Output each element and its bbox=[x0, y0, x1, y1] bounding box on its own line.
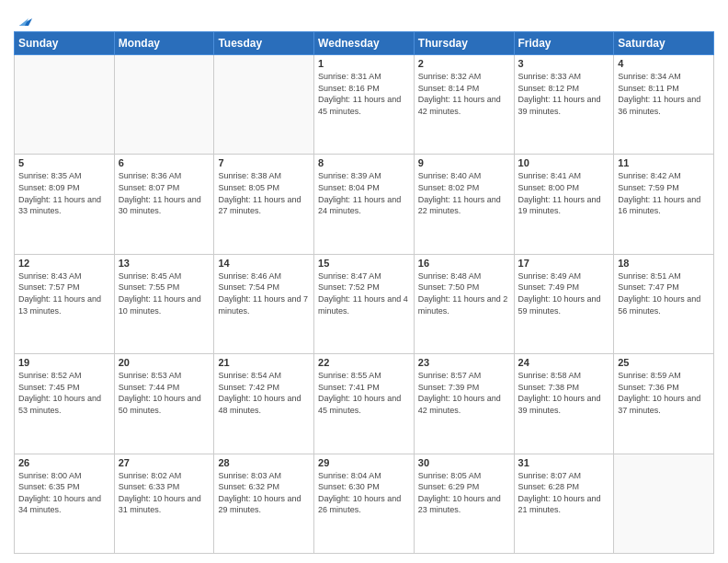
day-number: 22 bbox=[318, 357, 410, 368]
calendar-cell: 28Sunrise: 8:03 AM Sunset: 6:32 PM Dayli… bbox=[214, 454, 314, 553]
day-number: 5 bbox=[18, 157, 110, 168]
day-number: 10 bbox=[518, 157, 610, 168]
day-number: 17 bbox=[518, 258, 610, 269]
day-header-saturday: Saturday bbox=[614, 32, 714, 55]
logo-icon bbox=[16, 9, 36, 29]
day-info: Sunrise: 8:40 AM Sunset: 8:02 PM Dayligh… bbox=[418, 170, 510, 216]
calendar-cell bbox=[15, 55, 115, 155]
day-number: 2 bbox=[418, 58, 510, 69]
calendar-cell: 11Sunrise: 8:42 AM Sunset: 7:59 PM Dayli… bbox=[614, 155, 714, 254]
day-number: 16 bbox=[418, 258, 510, 269]
day-info: Sunrise: 8:54 AM Sunset: 7:42 PM Dayligh… bbox=[218, 370, 310, 416]
day-info: Sunrise: 8:07 AM Sunset: 6:28 PM Dayligh… bbox=[518, 470, 610, 516]
day-number: 26 bbox=[18, 457, 110, 468]
day-info: Sunrise: 8:51 AM Sunset: 7:47 PM Dayligh… bbox=[618, 270, 710, 316]
day-info: Sunrise: 8:02 AM Sunset: 6:33 PM Dayligh… bbox=[119, 470, 210, 516]
day-info: Sunrise: 8:59 AM Sunset: 7:36 PM Dayligh… bbox=[618, 370, 710, 416]
calendar-cell: 4Sunrise: 8:34 AM Sunset: 8:11 PM Daylig… bbox=[614, 55, 714, 155]
day-info: Sunrise: 8:49 AM Sunset: 7:49 PM Dayligh… bbox=[518, 270, 610, 316]
calendar-cell bbox=[214, 55, 314, 155]
day-info: Sunrise: 8:53 AM Sunset: 7:44 PM Dayligh… bbox=[119, 370, 210, 416]
day-number: 20 bbox=[119, 357, 210, 368]
day-info: Sunrise: 8:48 AM Sunset: 7:50 PM Dayligh… bbox=[418, 270, 510, 316]
day-number: 23 bbox=[418, 357, 510, 368]
day-info: Sunrise: 8:36 AM Sunset: 8:07 PM Dayligh… bbox=[119, 170, 210, 216]
calendar-header-row: SundayMondayTuesdayWednesdayThursdayFrid… bbox=[15, 32, 714, 55]
day-number: 28 bbox=[218, 457, 310, 468]
calendar-week-5: 26Sunrise: 8:00 AM Sunset: 6:35 PM Dayli… bbox=[15, 454, 714, 553]
calendar-cell: 14Sunrise: 8:46 AM Sunset: 7:54 PM Dayli… bbox=[214, 254, 314, 353]
day-header-friday: Friday bbox=[514, 32, 614, 55]
day-header-tuesday: Tuesday bbox=[214, 32, 314, 55]
calendar-table: SundayMondayTuesdayWednesdayThursdayFrid… bbox=[14, 31, 714, 554]
calendar-cell: 3Sunrise: 8:33 AM Sunset: 8:12 PM Daylig… bbox=[514, 55, 614, 155]
calendar-cell bbox=[114, 55, 214, 155]
calendar-cell: 2Sunrise: 8:32 AM Sunset: 8:14 PM Daylig… bbox=[414, 55, 514, 155]
day-info: Sunrise: 8:42 AM Sunset: 7:59 PM Dayligh… bbox=[618, 170, 710, 216]
day-number: 3 bbox=[518, 58, 610, 69]
calendar-cell: 12Sunrise: 8:43 AM Sunset: 7:57 PM Dayli… bbox=[15, 254, 115, 353]
day-info: Sunrise: 8:34 AM Sunset: 8:11 PM Dayligh… bbox=[618, 71, 710, 117]
day-info: Sunrise: 8:55 AM Sunset: 7:41 PM Dayligh… bbox=[318, 370, 410, 416]
day-info: Sunrise: 8:33 AM Sunset: 8:12 PM Dayligh… bbox=[518, 71, 610, 117]
day-number: 27 bbox=[119, 457, 210, 468]
day-header-thursday: Thursday bbox=[414, 32, 514, 55]
calendar-cell: 19Sunrise: 8:52 AM Sunset: 7:45 PM Dayli… bbox=[15, 354, 115, 454]
day-header-wednesday: Wednesday bbox=[314, 32, 415, 55]
calendar-cell: 7Sunrise: 8:38 AM Sunset: 8:05 PM Daylig… bbox=[214, 155, 314, 254]
day-number: 9 bbox=[418, 157, 510, 168]
day-number: 19 bbox=[18, 357, 110, 368]
calendar-cell: 22Sunrise: 8:55 AM Sunset: 7:41 PM Dayli… bbox=[314, 354, 415, 454]
calendar-cell: 20Sunrise: 8:53 AM Sunset: 7:44 PM Dayli… bbox=[114, 354, 214, 454]
day-info: Sunrise: 8:41 AM Sunset: 8:00 PM Dayligh… bbox=[518, 170, 610, 216]
calendar-cell: 5Sunrise: 8:35 AM Sunset: 8:09 PM Daylig… bbox=[15, 155, 115, 254]
calendar-week-2: 5Sunrise: 8:35 AM Sunset: 8:09 PM Daylig… bbox=[15, 155, 714, 254]
day-number: 11 bbox=[618, 157, 710, 168]
calendar-cell: 9Sunrise: 8:40 AM Sunset: 8:02 PM Daylig… bbox=[414, 155, 514, 254]
calendar-cell: 24Sunrise: 8:58 AM Sunset: 7:38 PM Dayli… bbox=[514, 354, 614, 454]
calendar-cell: 13Sunrise: 8:45 AM Sunset: 7:55 PM Dayli… bbox=[114, 254, 214, 353]
day-number: 30 bbox=[418, 457, 510, 468]
day-info: Sunrise: 8:03 AM Sunset: 6:32 PM Dayligh… bbox=[218, 470, 310, 516]
day-info: Sunrise: 8:31 AM Sunset: 8:16 PM Dayligh… bbox=[318, 71, 410, 117]
day-info: Sunrise: 8:38 AM Sunset: 8:05 PM Dayligh… bbox=[218, 170, 310, 216]
calendar-cell: 26Sunrise: 8:00 AM Sunset: 6:35 PM Dayli… bbox=[15, 454, 115, 553]
calendar-cell: 1Sunrise: 8:31 AM Sunset: 8:16 PM Daylig… bbox=[314, 55, 415, 155]
day-number: 15 bbox=[318, 258, 410, 269]
calendar-week-1: 1Sunrise: 8:31 AM Sunset: 8:16 PM Daylig… bbox=[15, 55, 714, 155]
day-number: 29 bbox=[318, 457, 410, 468]
day-info: Sunrise: 8:58 AM Sunset: 7:38 PM Dayligh… bbox=[518, 370, 610, 416]
calendar-cell bbox=[614, 454, 714, 553]
calendar-cell: 16Sunrise: 8:48 AM Sunset: 7:50 PM Dayli… bbox=[414, 254, 514, 353]
day-number: 24 bbox=[518, 357, 610, 368]
calendar-cell: 8Sunrise: 8:39 AM Sunset: 8:04 PM Daylig… bbox=[314, 155, 415, 254]
day-number: 14 bbox=[218, 258, 310, 269]
calendar-cell: 17Sunrise: 8:49 AM Sunset: 7:49 PM Dayli… bbox=[514, 254, 614, 353]
day-number: 12 bbox=[18, 258, 110, 269]
calendar-cell: 15Sunrise: 8:47 AM Sunset: 7:52 PM Dayli… bbox=[314, 254, 415, 353]
day-info: Sunrise: 8:35 AM Sunset: 8:09 PM Dayligh… bbox=[18, 170, 110, 216]
calendar-cell: 6Sunrise: 8:36 AM Sunset: 8:07 PM Daylig… bbox=[114, 155, 214, 254]
day-number: 31 bbox=[518, 457, 610, 468]
day-number: 1 bbox=[318, 58, 410, 69]
header bbox=[14, 9, 714, 24]
calendar-week-4: 19Sunrise: 8:52 AM Sunset: 7:45 PM Dayli… bbox=[15, 354, 714, 454]
day-number: 4 bbox=[618, 58, 710, 69]
day-number: 25 bbox=[618, 357, 710, 368]
calendar-cell: 31Sunrise: 8:07 AM Sunset: 6:28 PM Dayli… bbox=[514, 454, 614, 553]
day-number: 8 bbox=[318, 157, 410, 168]
day-number: 21 bbox=[218, 357, 310, 368]
day-header-monday: Monday bbox=[114, 32, 214, 55]
day-info: Sunrise: 8:32 AM Sunset: 8:14 PM Dayligh… bbox=[418, 71, 510, 117]
calendar-cell: 29Sunrise: 8:04 AM Sunset: 6:30 PM Dayli… bbox=[314, 454, 415, 553]
day-number: 7 bbox=[218, 157, 310, 168]
calendar-cell: 10Sunrise: 8:41 AM Sunset: 8:00 PM Dayli… bbox=[514, 155, 614, 254]
calendar-cell: 25Sunrise: 8:59 AM Sunset: 7:36 PM Dayli… bbox=[614, 354, 714, 454]
day-info: Sunrise: 8:45 AM Sunset: 7:55 PM Dayligh… bbox=[119, 270, 210, 316]
day-number: 13 bbox=[119, 258, 210, 269]
calendar-week-3: 12Sunrise: 8:43 AM Sunset: 7:57 PM Dayli… bbox=[15, 254, 714, 353]
day-info: Sunrise: 8:57 AM Sunset: 7:39 PM Dayligh… bbox=[418, 370, 510, 416]
calendar-cell: 30Sunrise: 8:05 AM Sunset: 6:29 PM Dayli… bbox=[414, 454, 514, 553]
day-info: Sunrise: 8:43 AM Sunset: 7:57 PM Dayligh… bbox=[18, 270, 110, 316]
day-info: Sunrise: 8:39 AM Sunset: 8:04 PM Dayligh… bbox=[318, 170, 410, 216]
